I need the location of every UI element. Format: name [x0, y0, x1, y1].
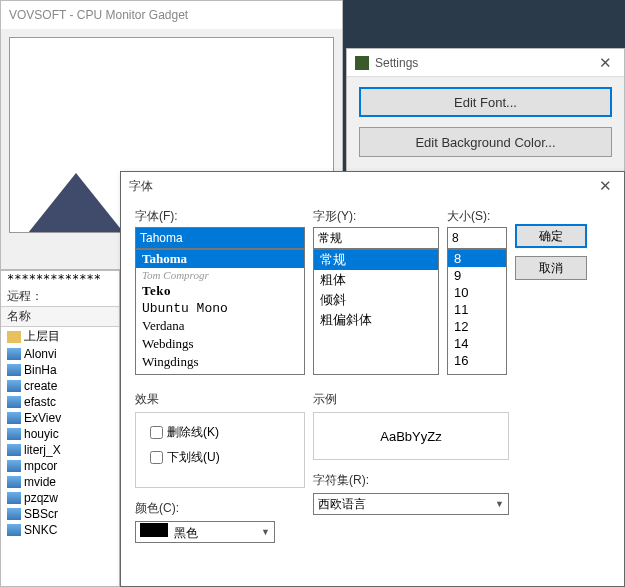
list-item[interactable]: BinHa: [1, 362, 119, 378]
file-icon: [7, 508, 21, 520]
list-item-label: efastc: [24, 395, 56, 409]
list-item-label: 上层目: [24, 328, 60, 345]
font-style-list[interactable]: 常规粗体倾斜粗偏斜体: [313, 249, 439, 375]
name-column-header[interactable]: 名称: [1, 306, 119, 327]
chevron-down-icon: ▼: [495, 499, 504, 509]
edit-background-color-button[interactable]: Edit Background Color...: [359, 127, 612, 157]
file-icon: [7, 412, 21, 424]
style-option[interactable]: 常规: [314, 250, 438, 270]
sample-preview: AaBbYyZz: [313, 412, 509, 460]
font-family-label: 字体(F):: [135, 208, 305, 225]
underline-checkbox[interactable]: [150, 451, 163, 464]
list-item[interactable]: houyic: [1, 426, 119, 442]
font-size-input[interactable]: [447, 227, 507, 249]
color-value: 黑色: [174, 526, 198, 540]
cancel-button[interactable]: 取消: [515, 256, 587, 280]
chevron-down-icon: ▼: [261, 527, 270, 537]
file-tree: 上层目AlonviBinHacreateefastcExVievhouyicli…: [1, 327, 119, 538]
file-icon: [7, 460, 21, 472]
font-option[interactable]: Tom Comprogr: [136, 268, 304, 282]
file-icon: [7, 524, 21, 536]
font-option[interactable]: Webdings: [136, 335, 304, 353]
ok-button[interactable]: 确定: [515, 224, 587, 248]
close-icon[interactable]: ✕: [595, 49, 616, 77]
font-option[interactable]: Tahoma: [136, 250, 304, 268]
size-option[interactable]: 12: [448, 318, 506, 335]
file-icon: [7, 364, 21, 376]
size-option[interactable]: 16: [448, 352, 506, 369]
font-family-list[interactable]: TahomaTom ComprogrTekoUbuntu MonoVerdana…: [135, 249, 305, 375]
list-item-label: Alonvi: [24, 347, 57, 361]
color-label: 颜色(C):: [135, 500, 305, 517]
size-option[interactable]: 10: [448, 284, 506, 301]
style-option[interactable]: 粗体: [314, 270, 438, 290]
edit-font-button[interactable]: Edit Font...: [359, 87, 612, 117]
list-item[interactable]: SBScr: [1, 506, 119, 522]
sample-text: AaBbYyZz: [380, 429, 441, 444]
file-explorer-panel: ************* 远程： 名称 上层目AlonviBinHacreat…: [0, 270, 120, 587]
list-item-label: mpcor: [24, 459, 57, 473]
file-icon: [7, 380, 21, 392]
file-icon: [7, 492, 21, 504]
cpu-monitor-titlebar[interactable]: VOVSOFT - CPU Monitor Gadget: [1, 1, 342, 29]
list-item[interactable]: 上层目: [1, 327, 119, 346]
list-item[interactable]: literj_X: [1, 442, 119, 458]
font-dialog: 字体 ✕ 字体(F): TahomaTom ComprogrTekoUbuntu…: [120, 171, 625, 587]
list-item-label: mvide: [24, 475, 56, 489]
font-family-input[interactable]: [135, 227, 305, 249]
strikeout-checkbox-row[interactable]: 删除线(K): [146, 423, 294, 442]
list-item[interactable]: Alonvi: [1, 346, 119, 362]
underline-label: 下划线(U): [167, 449, 220, 466]
font-size-list[interactable]: 891011121416: [447, 249, 507, 375]
strikeout-checkbox[interactable]: [150, 426, 163, 439]
list-item[interactable]: mpcor: [1, 458, 119, 474]
folder-icon: [7, 331, 21, 343]
font-style-input[interactable]: [313, 227, 439, 249]
font-size-label: 大小(S):: [447, 208, 507, 225]
file-icon: [7, 476, 21, 488]
list-item-label: SBScr: [24, 507, 58, 521]
list-item-label: pzqzw: [24, 491, 58, 505]
strikeout-label: 删除线(K): [167, 424, 219, 441]
list-item-label: SNKC: [24, 523, 57, 537]
style-option[interactable]: 倾斜: [314, 290, 438, 310]
effects-group: 删除线(K) 下划线(U): [135, 412, 305, 488]
list-item[interactable]: efastc: [1, 394, 119, 410]
script-combo[interactable]: 西欧语言 ▼: [313, 493, 509, 515]
cpu-monitor-title: VOVSOFT - CPU Monitor Gadget: [9, 1, 188, 29]
font-option[interactable]: Teko: [136, 282, 304, 300]
size-option[interactable]: 14: [448, 335, 506, 352]
file-icon: [7, 348, 21, 360]
font-option[interactable]: Wingdings: [136, 353, 304, 371]
settings-title: Settings: [375, 56, 418, 70]
settings-window: Settings ✕ Edit Font... Edit Background …: [346, 48, 625, 178]
style-option[interactable]: 粗偏斜体: [314, 310, 438, 330]
font-style-label: 字形(Y):: [313, 208, 439, 225]
font-option[interactable]: Ubuntu Mono: [136, 300, 304, 317]
size-option[interactable]: 9: [448, 267, 506, 284]
file-icon: [7, 444, 21, 456]
font-option[interactable]: Verdana: [136, 317, 304, 335]
close-icon[interactable]: ✕: [595, 172, 616, 200]
list-item[interactable]: SNKC: [1, 522, 119, 538]
font-dialog-title: 字体: [129, 172, 153, 200]
list-item[interactable]: ExViev: [1, 410, 119, 426]
password-field-masked[interactable]: *************: [1, 271, 119, 287]
settings-icon: [355, 56, 369, 70]
list-item[interactable]: mvide: [1, 474, 119, 490]
underline-checkbox-row[interactable]: 下划线(U): [146, 448, 294, 467]
color-swatch-black: [140, 523, 168, 537]
list-item-label: houyic: [24, 427, 59, 441]
size-option[interactable]: 8: [448, 250, 506, 267]
settings-titlebar[interactable]: Settings ✕: [347, 49, 624, 77]
list-item-label: create: [24, 379, 57, 393]
list-item-label: literj_X: [24, 443, 61, 457]
remote-label: 远程：: [1, 287, 119, 306]
size-option[interactable]: 11: [448, 301, 506, 318]
effects-label: 效果: [135, 391, 305, 408]
list-item[interactable]: create: [1, 378, 119, 394]
list-item[interactable]: pzqzw: [1, 490, 119, 506]
font-dialog-titlebar[interactable]: 字体 ✕: [121, 172, 624, 200]
color-combo[interactable]: 黑色 ▼: [135, 521, 275, 543]
list-item-label: ExViev: [24, 411, 61, 425]
